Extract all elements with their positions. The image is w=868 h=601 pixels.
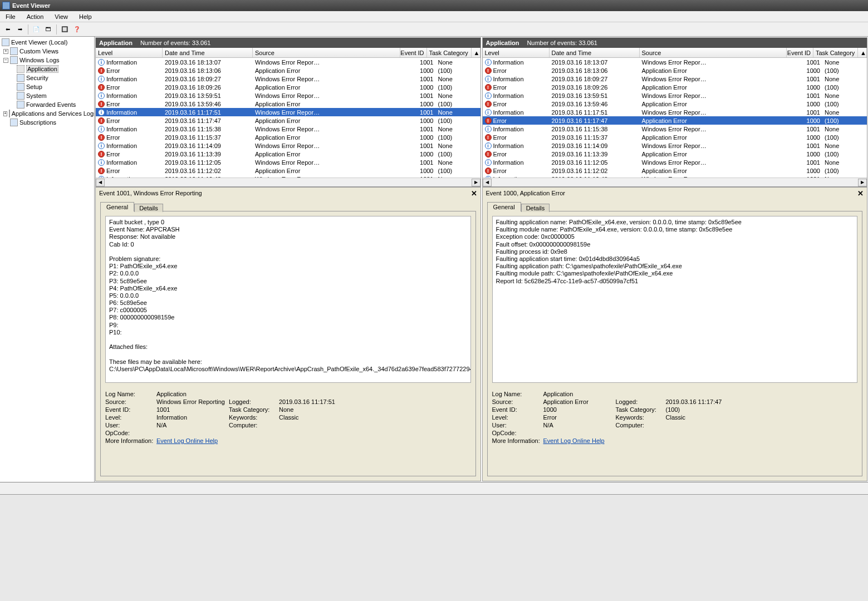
detail-text-a[interactable]: Fault bucket , type 0 Event Name: APPCRA…	[105, 216, 471, 383]
table-row[interactable]: !Error2019.03.16 11:13:39Application Err…	[96, 150, 480, 158]
col-date[interactable]: Date and Time	[163, 48, 253, 57]
table-row[interactable]: !Error2019.03.16 11:15:37Application Err…	[96, 133, 480, 141]
nav-forward-button[interactable]: ➡	[14, 24, 26, 35]
pane-header-b: Application Number of events: 33.061	[483, 38, 867, 48]
tree-custom-views[interactable]: +Custom Views	[1, 47, 93, 56]
col-source-b[interactable]: Source	[640, 48, 787, 57]
meta-eid-v-b: 1000	[543, 406, 616, 413]
table-row[interactable]: !Error2019.03.16 18:13:06Application Err…	[483, 66, 867, 75]
table-row[interactable]: !Error2019.03.16 13:59:46Application Err…	[96, 100, 480, 108]
col-taskcat-b[interactable]: Task Category	[813, 48, 858, 57]
error-icon: !	[485, 134, 492, 141]
tree-pane[interactable]: Event Viewer (Local) +Custom Views −Wind…	[0, 37, 95, 482]
col-eventid[interactable]: Event ID	[400, 48, 427, 57]
meta-logname-k-b: Log Name:	[492, 391, 543, 397]
close-detail-b[interactable]: ✕	[857, 189, 864, 198]
table-row[interactable]: !Error2019.03.16 18:09:26Application Err…	[483, 83, 867, 91]
tree-app-services[interactable]: +Applications and Services Logs	[1, 109, 93, 118]
close-detail-a[interactable]: ✕	[471, 189, 477, 198]
menu-file[interactable]: File	[2, 12, 19, 21]
list-header-a[interactable]: Level Date and Time Source Event ID Task…	[96, 48, 480, 58]
tab-general-a[interactable]: General	[100, 202, 134, 211]
detail-text-b[interactable]: Faulting application name: PathOfExile_x…	[492, 216, 858, 383]
tree-system[interactable]: System	[1, 91, 93, 100]
info-icon: i	[485, 142, 492, 149]
pane-header-a: Application Number of events: 33.061	[96, 38, 480, 48]
tree-windows-logs[interactable]: −Windows Logs	[1, 56, 93, 65]
meta-kw-k: Keywords:	[229, 414, 279, 421]
hscroll-a[interactable]: ◀▶	[96, 178, 480, 186]
hscroll-b[interactable]: ◀▶	[483, 178, 867, 186]
meta-tcat-k-b: Task Category:	[616, 406, 666, 413]
meta-logged-v: 2019.03.16 11:17:51	[279, 398, 335, 405]
table-row[interactable]: !Error2019.03.16 11:12:02Application Err…	[96, 166, 480, 175]
table-row[interactable]: iInformation2019.03.16 18:09:27Windows E…	[96, 75, 480, 83]
col-eventid-b[interactable]: Event ID	[787, 48, 813, 57]
tab-details-b[interactable]: Details	[521, 204, 550, 212]
refresh-button[interactable]: 🔲	[59, 24, 70, 35]
footer-area	[0, 494, 868, 601]
action-button-1[interactable]: 📄	[31, 24, 42, 35]
col-taskcat[interactable]: Task Category	[427, 48, 472, 57]
list-body-b[interactable]: iInformation2019.03.16 18:13:07Windows E…	[483, 58, 867, 178]
detail-title-a: Event 1001, Windows Error Reporting	[99, 190, 202, 196]
col-source[interactable]: Source	[253, 48, 400, 57]
nav-back-button[interactable]: ⬅	[2, 24, 13, 35]
table-row[interactable]: iInformation2019.03.16 18:13:07Windows E…	[96, 58, 480, 66]
meta-level-v: Information	[156, 414, 229, 421]
table-row[interactable]: iInformation2019.03.16 11:12:05Windows E…	[483, 158, 867, 166]
tab-details-a[interactable]: Details	[134, 204, 163, 212]
error-icon: !	[98, 101, 105, 107]
help-button[interactable]: ❓	[71, 24, 82, 35]
table-row[interactable]: iInformation2019.03.16 13:59:51Windows E…	[96, 91, 480, 100]
table-row[interactable]: iInformation2019.03.16 11:12:05Windows E…	[96, 158, 480, 166]
menu-help[interactable]: Help	[76, 12, 95, 21]
tree-root[interactable]: Event Viewer (Local)	[1, 38, 93, 47]
list-body-a[interactable]: iInformation2019.03.16 18:13:07Windows E…	[96, 58, 480, 178]
tree-setup[interactable]: Setup	[1, 82, 93, 91]
table-row[interactable]: iInformation2019.03.16 11:15:38Windows E…	[96, 125, 480, 133]
table-row[interactable]: iInformation2019.03.16 11:10:48Windows E…	[96, 175, 480, 178]
event-log-help-link-b[interactable]: Event Log Online Help	[543, 437, 605, 444]
titlebar[interactable]: Event Viewer	[0, 0, 868, 11]
error-icon: !	[98, 168, 105, 174]
event-log-help-link-a[interactable]: Event Log Online Help	[156, 437, 218, 444]
table-row[interactable]: !Error2019.03.16 11:12:02Application Err…	[483, 166, 867, 175]
table-row[interactable]: !Error2019.03.16 11:13:39Application Err…	[483, 150, 867, 158]
table-row[interactable]: iInformation2019.03.16 18:09:27Windows E…	[483, 75, 867, 83]
table-row[interactable]: iInformation2019.03.16 11:10:48Windows E…	[483, 175, 867, 178]
info-icon: i	[485, 92, 492, 99]
table-row[interactable]: iInformation2019.03.16 11:15:38Windows E…	[483, 125, 867, 133]
table-row[interactable]: !Error2019.03.16 18:09:26Application Err…	[96, 83, 480, 91]
info-icon: i	[98, 76, 105, 82]
table-row[interactable]: !Error2019.03.16 11:17:47Application Err…	[483, 116, 867, 125]
table-row[interactable]: !Error2019.03.16 11:15:37Application Err…	[483, 133, 867, 141]
tree-subscriptions[interactable]: Subscriptions	[1, 118, 93, 127]
tree-forwarded[interactable]: Forwarded Events	[1, 100, 93, 109]
tree-security[interactable]: Security	[1, 73, 93, 82]
info-icon: i	[98, 126, 105, 132]
meta-kw-v-b: Classic	[666, 414, 685, 421]
properties-button[interactable]: 🗔	[43, 24, 54, 35]
menu-action[interactable]: Action	[23, 12, 47, 21]
col-level-b[interactable]: Level	[483, 48, 550, 57]
list-header-b[interactable]: Level Date and Time Source Event ID Task…	[483, 48, 867, 58]
table-row[interactable]: !Error2019.03.16 13:59:46Application Err…	[483, 100, 867, 108]
info-icon: i	[485, 76, 492, 82]
tab-general-b[interactable]: General	[487, 202, 521, 211]
col-level[interactable]: Level	[96, 48, 163, 57]
table-row[interactable]: iInformation2019.03.16 11:14:09Windows E…	[96, 141, 480, 150]
tree-application[interactable]: Application	[1, 65, 93, 73]
info-icon: i	[98, 92, 105, 99]
info-icon: i	[98, 176, 105, 178]
table-row[interactable]: iInformation2019.03.16 11:17:51Windows E…	[483, 108, 867, 116]
table-row[interactable]: iInformation2019.03.16 11:17:51Windows E…	[96, 108, 480, 116]
table-row[interactable]: !Error2019.03.16 18:13:06Application Err…	[96, 66, 480, 75]
table-row[interactable]: iInformation2019.03.16 18:13:07Windows E…	[483, 58, 867, 66]
col-date-b[interactable]: Date and Time	[550, 48, 640, 57]
table-row[interactable]: iInformation2019.03.16 13:59:51Windows E…	[483, 91, 867, 100]
pane-right: Application Number of events: 33.061 Lev…	[482, 37, 868, 481]
table-row[interactable]: iInformation2019.03.16 11:14:09Windows E…	[483, 141, 867, 150]
table-row[interactable]: !Error2019.03.16 11:17:47Application Err…	[96, 116, 480, 125]
menu-view[interactable]: View	[51, 12, 71, 21]
